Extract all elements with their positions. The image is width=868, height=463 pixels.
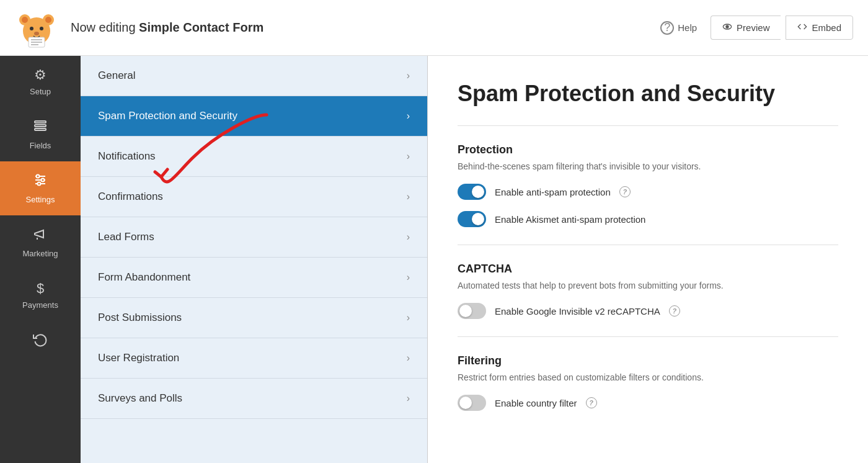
toggle-track[interactable] xyxy=(458,184,486,200)
fields-icon xyxy=(33,119,48,137)
captcha-title: CAPTCHA xyxy=(458,263,838,276)
anti-spam-help-icon[interactable]: ? xyxy=(619,186,631,197)
svg-point-3 xyxy=(22,17,28,23)
protection-title: Protection xyxy=(458,143,838,156)
help-button[interactable]: ? Help xyxy=(652,16,706,40)
header: Now editing Simple Contact Form ? Help P… xyxy=(0,0,868,56)
menu-item-form-abandonment[interactable]: Form Abandonment › xyxy=(81,258,427,298)
svg-rect-16 xyxy=(35,128,46,130)
toggle-track[interactable] xyxy=(458,211,486,227)
toggle-track[interactable] xyxy=(458,303,486,319)
chevron-icon: › xyxy=(407,110,410,122)
svg-point-20 xyxy=(42,179,45,182)
protection-desc: Behind-the-scenes spam filtering that's … xyxy=(458,161,838,171)
sidebar-item-revisions[interactable] xyxy=(0,321,81,362)
svg-point-6 xyxy=(40,27,43,30)
sidebar-item-settings[interactable]: Settings xyxy=(0,161,81,215)
sidebar-item-payments[interactable]: $ Payments xyxy=(0,269,81,321)
country-filter-help-icon[interactable]: ? xyxy=(586,397,597,408)
divider-2 xyxy=(458,245,838,245)
chevron-icon: › xyxy=(407,393,410,404)
icon-sidebar: ⚙ Setup Fields xyxy=(0,56,81,463)
filtering-title: Filtering xyxy=(458,354,838,367)
menu-item-post-submissions[interactable]: Post Submissions › xyxy=(81,298,427,338)
recaptcha-help-icon[interactable]: ? xyxy=(669,305,680,317)
header-title: Now editing Simple Contact Form xyxy=(71,20,652,35)
chevron-icon: › xyxy=(407,151,410,162)
svg-rect-14 xyxy=(35,121,46,123)
filtering-section: Filtering Restrict form entries based on… xyxy=(458,354,838,411)
country-filter-toggle[interactable] xyxy=(458,395,486,411)
chevron-icon: › xyxy=(407,312,410,323)
recaptcha-label: Enable Google Invisible v2 reCAPTCHA xyxy=(495,306,660,317)
toggle-row-recaptcha: Enable Google Invisible v2 reCAPTCHA ? xyxy=(458,303,838,319)
akismet-toggle[interactable] xyxy=(458,211,486,227)
svg-point-5 xyxy=(30,27,33,30)
undo-icon xyxy=(33,332,48,351)
anti-spam-toggle[interactable] xyxy=(458,184,486,200)
divider-3 xyxy=(458,336,838,337)
chevron-icon: › xyxy=(407,272,410,283)
embed-button[interactable]: Embed xyxy=(786,16,853,40)
app-logo xyxy=(15,6,58,50)
captcha-desc: Automated tests that help to prevent bot… xyxy=(458,281,838,290)
help-icon: ? xyxy=(660,21,674,35)
svg-point-4 xyxy=(45,17,51,23)
dollar-icon: $ xyxy=(37,281,44,297)
svg-rect-15 xyxy=(35,125,46,127)
svg-point-7 xyxy=(34,32,39,35)
menu-item-user-registration[interactable]: User Registration › xyxy=(81,338,427,379)
preview-button[interactable]: Preview xyxy=(711,16,781,40)
filtering-desc: Restrict form entries based on customiza… xyxy=(458,372,838,382)
recaptcha-toggle[interactable] xyxy=(458,303,486,319)
menu-item-confirmations[interactable]: Confirmations › xyxy=(81,177,427,217)
main-layout: ⚙ Setup Fields xyxy=(0,56,868,463)
chevron-icon: › xyxy=(407,353,410,364)
menu-sidebar: General › Spam Protection and Security ›… xyxy=(81,56,428,463)
captcha-section: CAPTCHA Automated tests that help to pre… xyxy=(458,263,838,319)
menu-item-lead-forms[interactable]: Lead Forms › xyxy=(81,217,427,258)
protection-section: Protection Behind-the-scenes spam filter… xyxy=(458,143,838,227)
toggle-track[interactable] xyxy=(458,395,486,411)
chevron-icon: › xyxy=(407,70,410,81)
chevron-icon: › xyxy=(407,191,410,202)
chevron-icon: › xyxy=(407,232,410,243)
svg-point-18 xyxy=(37,175,40,178)
toggle-row-country-filter: Enable country filter ? xyxy=(458,395,838,411)
toggle-row-anti-spam: Enable anti-spam protection ? xyxy=(458,184,838,200)
svg-point-22 xyxy=(38,182,41,186)
gear-icon: ⚙ xyxy=(34,67,46,83)
menu-item-spam-protection[interactable]: Spam Protection and Security › xyxy=(81,96,427,137)
menu-item-general[interactable]: General › xyxy=(81,56,427,96)
megaphone-icon xyxy=(33,227,48,245)
settings-icon xyxy=(33,173,48,191)
page-title: Spam Protection and Security xyxy=(458,81,838,107)
divider-1 xyxy=(458,125,838,126)
svg-point-13 xyxy=(726,25,728,28)
eye-icon xyxy=(722,22,732,34)
toggle-row-akismet: Enable Akismet anti-spam protection xyxy=(458,211,838,227)
header-actions: ? Help Preview Embed xyxy=(652,16,853,40)
sidebar-item-marketing[interactable]: Marketing xyxy=(0,215,81,269)
sidebar-item-fields[interactable]: Fields xyxy=(0,107,81,161)
menu-item-notifications[interactable]: Notifications › xyxy=(81,137,427,177)
akismet-label: Enable Akismet anti-spam protection xyxy=(495,214,645,225)
country-filter-label: Enable country filter xyxy=(495,398,577,408)
sidebar-item-setup[interactable]: ⚙ Setup xyxy=(0,56,81,107)
code-icon xyxy=(797,22,807,34)
anti-spam-label: Enable anti-spam protection xyxy=(495,187,611,197)
menu-item-surveys-polls[interactable]: Surveys and Polls › xyxy=(81,379,427,419)
content-area: Spam Protection and Security Protection … xyxy=(428,56,868,463)
